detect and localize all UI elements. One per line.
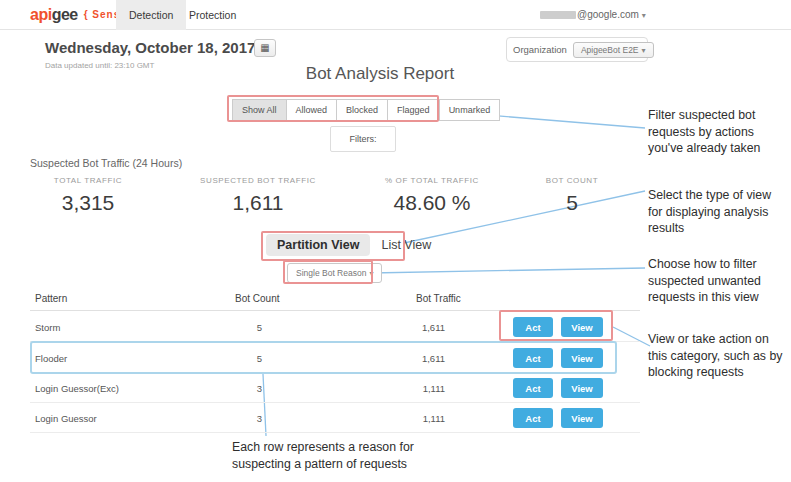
- table-row-storm: Storm 5 1,611 Act View: [30, 312, 640, 342]
- calendar-picker-button[interactable]: ▦: [254, 39, 276, 57]
- top-navigation-bar: apigee{ Sense } Detection Protection @go…: [0, 0, 791, 30]
- bot-reason-value: Single Bot Reason: [296, 268, 366, 278]
- act-button[interactable]: Act: [513, 378, 553, 398]
- act-button[interactable]: Act: [513, 408, 553, 428]
- stat-value: 1,611: [200, 191, 316, 215]
- stat-suspected-bot-traffic: SUSPECTED BOT TRAFFIC 1,611: [200, 176, 316, 215]
- view-button[interactable]: View: [561, 348, 603, 368]
- bot-traffic-cell: 1,111: [395, 383, 445, 394]
- chevron-down-icon: ▾: [642, 11, 646, 20]
- annotation-view-tabs: Select the type of view for displaying a…: [648, 187, 790, 237]
- organization-label: Organization: [513, 44, 567, 55]
- annotation-filter-tabs: Filter suspected bot requests by actions…: [648, 107, 790, 157]
- filter-unmarked[interactable]: Unmarked: [439, 99, 501, 121]
- user-email: @google.com: [577, 9, 639, 20]
- table-row-login-guessor-exc: Login Guessor(Exc) 3 1,111 Act View: [30, 373, 640, 403]
- stat-value: 5: [546, 191, 598, 215]
- chevron-down-icon: ▾: [642, 46, 646, 55]
- section-title: Suspected Bot Traffic (24 Hours): [30, 157, 182, 169]
- filter-allowed[interactable]: Allowed: [286, 99, 338, 121]
- bot-traffic-cell: 1,111: [395, 413, 445, 424]
- stat-label: % OF TOTAL TRAFFIC: [385, 176, 479, 185]
- status-filter-group: Show All Allowed Blocked Flagged Unmarke…: [233, 99, 500, 121]
- organization-control: Organization ApigeeBot E2E▾: [506, 37, 648, 62]
- bot-count-cell: 3: [222, 383, 262, 394]
- filters-button[interactable]: Filters:: [330, 126, 396, 152]
- stat-value: 48.60 %: [385, 191, 479, 215]
- act-button[interactable]: Act: [513, 317, 553, 337]
- organization-value: ApigeeBot E2E: [581, 45, 639, 55]
- organization-dropdown[interactable]: ApigeeBot E2E▾: [573, 42, 654, 58]
- pattern-cell: Login Guessor: [35, 413, 97, 424]
- pattern-cell: Storm: [35, 322, 60, 333]
- filter-flagged[interactable]: Flagged: [387, 99, 440, 121]
- bot-traffic-cell: 1,611: [395, 353, 445, 364]
- stat-total-traffic: TOTAL TRAFFIC 3,315: [54, 176, 122, 215]
- view-button[interactable]: View: [561, 378, 603, 398]
- annotation-reason-filter: Choose how to filter suspected unwanted …: [648, 256, 790, 306]
- table-header: Pattern Bot Count Bot Traffic: [30, 293, 640, 311]
- tab-list-view[interactable]: List View: [370, 234, 442, 256]
- view-button[interactable]: View: [561, 317, 603, 337]
- page-title: Bot Analysis Report: [0, 64, 760, 84]
- pattern-cell: Flooder: [35, 353, 67, 364]
- act-button[interactable]: Act: [513, 348, 553, 368]
- bot-count-cell: 5: [222, 322, 262, 333]
- annotation-table-rows: Each row represents a reason for suspect…: [232, 439, 452, 473]
- bot-reason-dropdown[interactable]: Single Bot Reason▾: [287, 263, 382, 283]
- redacted-username: [540, 11, 576, 19]
- calendar-icon: ▦: [260, 42, 269, 53]
- logo-gee-text: gee: [52, 6, 78, 23]
- tab-protection[interactable]: Protection: [176, 0, 249, 30]
- table-row-flooder: Flooder 5 1,611 Act View: [30, 343, 640, 373]
- annotation-act-view: View or take action on this category, su…: [648, 331, 790, 381]
- filter-show-all[interactable]: Show All: [232, 99, 287, 121]
- view-button[interactable]: View: [561, 408, 603, 428]
- report-date: Wednesday, October 18, 2017: [45, 39, 255, 56]
- view-type-tabs: Partition View List View: [266, 234, 442, 256]
- stat-label: BOT COUNT: [546, 176, 598, 185]
- bot-traffic-cell: 1,611: [395, 322, 445, 333]
- column-bot-count: Bot Count: [235, 293, 279, 304]
- stat-label: SUSPECTED BOT TRAFFIC: [200, 176, 316, 185]
- chevron-down-icon: ▾: [369, 269, 373, 278]
- pattern-cell: Login Guessor(Exc): [35, 383, 119, 394]
- logo-api-text: api: [30, 6, 52, 23]
- stat-bot-count: BOT COUNT 5: [546, 176, 598, 215]
- table-row-login-guessor: Login Guessor 3 1,111 Act View: [30, 403, 640, 433]
- stat-label: TOTAL TRAFFIC: [54, 176, 122, 185]
- column-pattern: Pattern: [35, 293, 67, 304]
- tab-partition-view[interactable]: Partition View: [266, 234, 370, 256]
- stat-value: 3,315: [54, 191, 122, 215]
- filter-blocked[interactable]: Blocked: [336, 99, 388, 121]
- stat-percent-total-traffic: % OF TOTAL TRAFFIC 48.60 %: [385, 176, 479, 215]
- column-bot-traffic: Bot Traffic: [416, 293, 461, 304]
- bot-count-cell: 3: [222, 413, 262, 424]
- user-account-menu[interactable]: @google.com▾: [540, 0, 646, 30]
- bot-count-cell: 5: [222, 353, 262, 364]
